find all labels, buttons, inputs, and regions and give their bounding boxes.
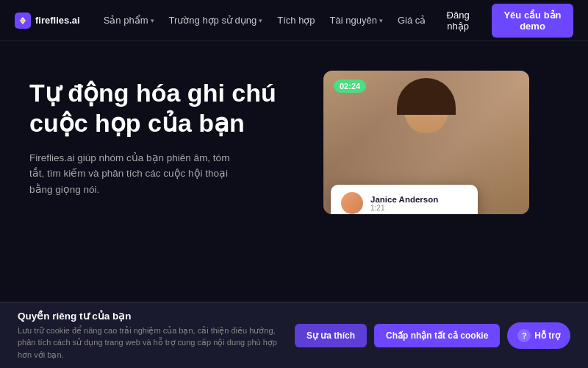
speaker-name: Janice Anderson — [370, 195, 467, 204]
nav-item-resources[interactable]: Tài nguyên ▾ — [324, 10, 389, 30]
hero-section: Tự động hóa ghi chú cuộc họp của bạn Fir… — [0, 41, 588, 302]
cookie-actions: Sự ưa thích Chấp nhận tất cả cookie ? Hỗ… — [295, 322, 570, 349]
cookie-description: Lưu trữ cookie để nâng cao trải nghiệm c… — [18, 325, 283, 361]
nav-item-integrations[interactable]: Tích hợp — [271, 10, 320, 30]
cookie-accept-button[interactable]: Chấp nhận tất cả cookie — [374, 324, 500, 347]
cookie-title: Quyền riêng tư của bạn — [18, 310, 283, 322]
nav-item-usecases[interactable]: Trường hợp sử dụng ▾ — [163, 10, 269, 30]
nav-item-products[interactable]: Sản phẩm ▾ — [98, 10, 160, 30]
avatar — [341, 192, 363, 214]
nav-item-pricing[interactable]: Giá cả — [392, 10, 431, 30]
login-button[interactable]: Đăng nhập — [431, 4, 484, 37]
cookie-banner: Quyền riêng tư của bạn Lưu trữ cookie để… — [0, 302, 588, 368]
logo[interactable]: fireflies.ai — [15, 13, 80, 29]
chevron-down-icon: ▾ — [151, 17, 154, 24]
fireflies-logo-icon — [15, 13, 31, 29]
hero-title: Tự động hóa ghi chú cuộc họp của bạn — [29, 78, 279, 138]
chevron-down-icon: ▾ — [259, 17, 262, 24]
demo-button[interactable]: Yêu cầu bản demo — [492, 4, 573, 38]
hero-visual: 02:24 Janice Anderson 1:21 — [294, 71, 559, 214]
help-button[interactable]: ? Hỗ trợ — [507, 322, 570, 349]
brand-name: fireflies.ai — [35, 15, 80, 26]
hero-text: Tự động hóa ghi chú cuộc họp của bạn Fir… — [29, 71, 279, 197]
transcript-card: Janice Anderson 1:21 — [331, 185, 478, 214]
speaker-time: 1:21 — [370, 204, 467, 212]
transcript-info: Janice Anderson 1:21 — [370, 195, 467, 212]
svg-point-1 — [21, 18, 25, 22]
nav-actions: Đăng nhập Yêu cầu bản demo — [431, 4, 573, 38]
nav-links: Sản phẩm ▾ Trường hợp sử dụng ▾ Tích hợp… — [98, 10, 432, 30]
chevron-down-icon: ▾ — [379, 17, 383, 24]
hero-subtitle: Fireflies.ai giúp nhóm của bạn phiên âm,… — [29, 150, 243, 198]
navbar: fireflies.ai Sản phẩm ▾ Trường hợp sử dụ… — [0, 0, 588, 41]
help-icon: ? — [517, 329, 531, 342]
video-card: 02:24 Janice Anderson 1:21 — [323, 71, 529, 214]
video-timer: 02:24 — [334, 79, 366, 93]
cookie-prefer-button[interactable]: Sự ưa thích — [295, 324, 367, 347]
cookie-text: Quyền riêng tư của bạn Lưu trữ cookie để… — [18, 310, 283, 361]
